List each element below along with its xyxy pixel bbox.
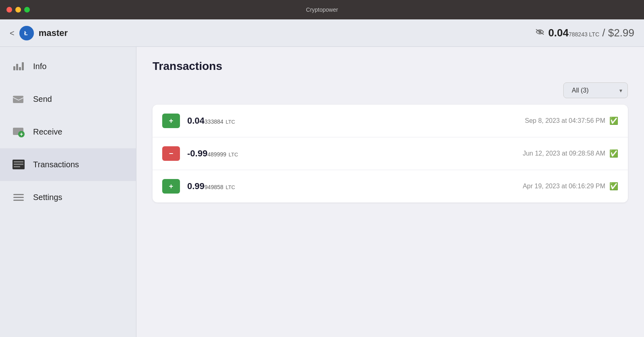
tx-confirmed-icon: ✅ — [609, 116, 618, 125]
settings-icon — [11, 190, 26, 204]
tx-currency: LTC — [227, 152, 238, 158]
table-row[interactable]: + 0.99949858 LTC Apr 19, 2023 at 06:16:2… — [153, 170, 628, 202]
tx-confirmed-icon: ✅ — [609, 182, 618, 191]
sidebar-item-settings-label: Settings — [33, 193, 62, 202]
hide-balance-icon[interactable] — [535, 29, 544, 37]
table-row[interactable]: + 0.04333884 LTC Sep 8, 2023 at 04:37:56… — [153, 105, 628, 137]
transaction-filter[interactable]: All (3) Received Sent — [563, 82, 628, 98]
transactions-icon — [11, 157, 26, 172]
maximize-button[interactable] — [24, 7, 30, 13]
tx-send-icon: − — [162, 146, 180, 161]
table-row[interactable]: − -0.99489999 LTC Jun 12, 2023 at 09:28:… — [153, 137, 628, 170]
tx-amount: 0.04333884 LTC — [187, 116, 235, 126]
tx-confirmed-icon: ✅ — [609, 149, 618, 158]
transaction-list: + 0.04333884 LTC Sep 8, 2023 at 04:37:56… — [153, 105, 628, 202]
filter-wrapper: All (3) Received Sent — [563, 82, 628, 98]
tx-receive-icon: + — [162, 179, 180, 194]
page-title: Transactions — [153, 60, 628, 73]
tx-amount-sub: 489999 — [207, 151, 226, 158]
receive-icon: + — [11, 124, 26, 139]
content-area: Transactions All (3) Received Sent + 0.0… — [136, 47, 644, 337]
filter-row: All (3) Received Sent — [153, 82, 628, 98]
tx-date: Jun 12, 2023 at 09:28:58 AM ✅ — [523, 149, 618, 158]
back-button[interactable]: < — [10, 29, 15, 37]
tx-currency: LTC — [224, 119, 235, 125]
tx-amount-main: -0.99 — [187, 148, 207, 158]
balance-sub: 788243 LTC — [569, 31, 599, 38]
svg-text:Ł: Ł — [24, 30, 28, 36]
wallet-name: master — [39, 28, 68, 38]
sidebar-item-settings[interactable]: Settings — [0, 181, 136, 214]
sidebar-item-info-label: Info — [33, 62, 46, 71]
close-button[interactable] — [6, 7, 12, 13]
sidebar-item-send-label: Send — [33, 95, 52, 104]
svg-rect-3 — [13, 96, 23, 103]
balance-fiat: / $2.99 — [599, 27, 634, 39]
title-bar: Cryptopower — [0, 0, 644, 19]
tx-amount-sub: 333884 — [205, 118, 224, 125]
tx-amount-main: 0.04 — [187, 116, 205, 126]
sidebar-item-info[interactable]: Info — [0, 50, 136, 83]
tx-receive-icon: + — [162, 114, 180, 128]
ltc-logo: Ł — [19, 26, 34, 40]
minimize-button[interactable] — [15, 7, 21, 13]
sidebar-item-send[interactable]: Send — [0, 83, 136, 116]
app-title: Cryptopower — [306, 6, 338, 13]
tx-date: Sep 8, 2023 at 04:37:56 PM ✅ — [525, 116, 618, 125]
sidebar: Info Send + Receive — [0, 47, 136, 337]
main-layout: Info Send + Receive — [0, 47, 644, 337]
svg-rect-9 — [14, 164, 23, 165]
tx-amount-sub: 949858 — [205, 184, 224, 190]
header-right: 0.04788243 LTC / $2.99 — [535, 27, 634, 39]
sidebar-item-receive[interactable]: + Receive — [0, 116, 136, 148]
sidebar-item-transactions[interactable]: Transactions — [0, 148, 136, 181]
svg-rect-10 — [14, 166, 20, 167]
svg-rect-8 — [14, 161, 23, 162]
tx-currency: LTC — [224, 184, 235, 190]
tx-amount-main: 0.99 — [187, 181, 205, 191]
svg-text:+: + — [20, 131, 23, 137]
tx-amount: -0.99489999 LTC — [187, 148, 238, 159]
header-left: < Ł master — [10, 26, 68, 40]
window-controls — [6, 7, 30, 13]
tx-date: Apr 19, 2023 at 06:16:29 PM ✅ — [523, 182, 618, 191]
bar-chart-icon — [11, 59, 26, 74]
balance-display: 0.04788243 LTC / $2.99 — [548, 27, 634, 39]
send-icon — [11, 92, 26, 106]
sidebar-item-transactions-label: Transactions — [33, 160, 79, 169]
header-bar: < Ł master 0.04788243 LTC / $2.99 — [0, 19, 644, 47]
balance-main: 0.04 — [548, 27, 569, 39]
tx-amount: 0.99949858 LTC — [187, 181, 235, 192]
sidebar-item-receive-label: Receive — [33, 127, 62, 137]
